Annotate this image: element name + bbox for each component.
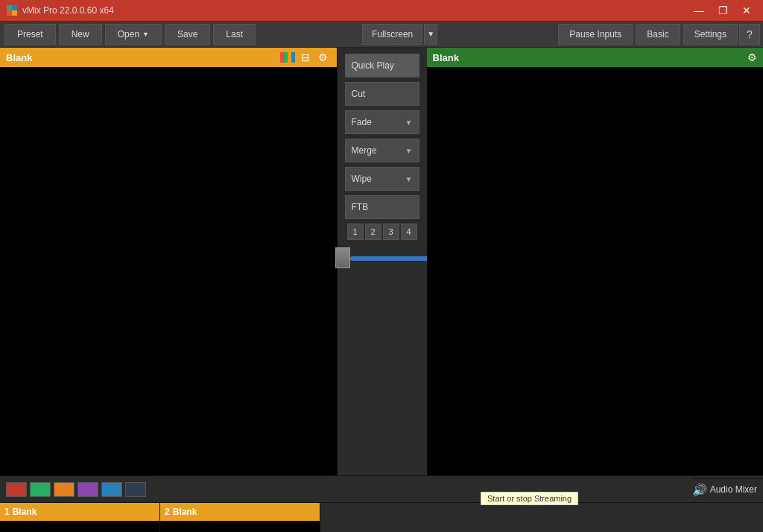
basic-button[interactable]: Basic [636, 24, 680, 45]
middle-bar: 🔊 Audio Mixer [0, 475, 763, 502]
merge-label: Merge [352, 145, 377, 156]
swatch-green[interactable] [30, 482, 51, 497]
app-title: vMix Pro 22.0.0.60 x64 [22, 5, 114, 16]
audio-mixer-bar: 🔊 Audio Mixer [692, 478, 763, 501]
input-2-num: 2 [165, 507, 170, 517]
input-item-1: 1 Blank Close Quick Play Cut Loop 1 2 3 … [0, 503, 160, 532]
swatch-purple[interactable] [77, 482, 98, 497]
title-bar: vMix Pro 22.0.0.60 x64 — ❐ ✕ [0, 0, 763, 21]
gear-icon-right[interactable]: ⚙ [747, 51, 757, 63]
svg-rect-7 [291, 52, 295, 63]
input-1-num: 1 [4, 507, 10, 517]
merge-button[interactable]: Merge ▼ [345, 139, 420, 162]
right-preview [427, 67, 764, 475]
input-2-header: 2 Blank [160, 503, 320, 521]
input-list: 1 Blank Close Quick Play Cut Loop 1 2 3 … [0, 502, 763, 532]
main-content: Blank ⊟ ⚙ Quick Play Cut [0, 48, 763, 475]
help-button[interactable]: ? [739, 24, 760, 45]
svg-rect-5 [284, 52, 288, 63]
open-button[interactable]: Open ▼ [105, 24, 162, 45]
svg-rect-0 [7, 5, 12, 10]
left-panel-title: Blank [6, 52, 32, 63]
ftb-button[interactable]: FTB [345, 195, 420, 219]
swatch-orange[interactable] [54, 482, 75, 497]
center-panel: Quick Play Cut Fade ▼ Merge ▼ Wipe ▼ FTB… [338, 48, 427, 475]
new-button[interactable]: New [59, 24, 102, 45]
close-button[interactable]: ✕ [736, 3, 757, 18]
merge-dropdown-arrow: ▼ [405, 147, 413, 155]
stream-tooltip-text: Start or stop Streaming [487, 494, 572, 503]
fullscreen-area: Fullscreen ▼ [362, 24, 437, 45]
svg-rect-3 [12, 10, 17, 16]
title-bar-controls: — ❐ ✕ [688, 3, 757, 18]
open-dropdown-arrow: ▼ [142, 31, 149, 38]
input-item-2: 2 Blank Close Quick Play Cut Loop 1 2 3 … [160, 503, 320, 532]
input-2-preview [160, 521, 320, 532]
svg-rect-4 [280, 52, 284, 63]
transition-number-row: 1 2 3 4 [347, 224, 417, 240]
left-panel-header: Blank ⊟ ⚙ [0, 48, 337, 67]
right-panel-title: Blank [433, 52, 459, 63]
wipe-label: Wipe [352, 174, 372, 184]
cut-button[interactable]: Cut [345, 82, 420, 106]
transition-num-2[interactable]: 2 [365, 224, 382, 240]
right-panel: Blank ⚙ [427, 48, 764, 475]
transition-slider-track[interactable] [350, 256, 432, 261]
input-1-header: 1 Blank [0, 503, 159, 521]
fullscreen-button[interactable]: Fullscreen [362, 24, 422, 45]
svg-rect-6 [288, 52, 291, 63]
restore-button[interactable]: ❐ [712, 3, 733, 18]
fade-dropdown-arrow: ▼ [405, 118, 413, 127]
app-icon [6, 4, 18, 16]
fade-label: Fade [352, 117, 372, 127]
left-panel: Blank ⊟ ⚙ [0, 48, 338, 475]
quick-play-label: Quick Play [352, 60, 394, 71]
transition-slider-row [332, 247, 432, 268]
save-button[interactable]: Save [165, 24, 210, 45]
left-preview [0, 67, 337, 475]
settings-icon-left[interactable]: ⚙ [316, 50, 331, 65]
fade-button[interactable]: Fade ▼ [345, 110, 420, 134]
transition-num-4[interactable]: 4 [401, 224, 417, 240]
title-bar-left: vMix Pro 22.0.0.60 x64 [6, 4, 114, 16]
quick-play-button[interactable]: Quick Play [345, 54, 420, 77]
stream-tooltip: Start or stop Streaming [481, 492, 578, 505]
audio-mixer-button[interactable]: 🔊 Audio Mixer [692, 483, 757, 497]
last-button[interactable]: Last [213, 24, 256, 45]
left-header-icons: ⊟ ⚙ [280, 50, 331, 65]
right-panel-header: Blank ⚙ [427, 48, 764, 67]
color-picker-icon[interactable] [280, 50, 295, 65]
svg-rect-1 [12, 5, 17, 10]
svg-rect-2 [7, 10, 12, 16]
audio-mixer-label: Audio Mixer [710, 484, 757, 495]
pause-inputs-button[interactable]: Pause Inputs [558, 24, 633, 45]
transition-num-3[interactable]: 3 [383, 224, 399, 240]
open-label: Open [118, 29, 139, 39]
cut-label: Cut [352, 89, 366, 99]
audio-icon: 🔊 [692, 483, 707, 497]
wipe-dropdown-arrow: ▼ [405, 175, 413, 183]
transition-slider-handle[interactable] [335, 247, 350, 268]
input-1-preview [0, 521, 159, 532]
input-2-name: Blank [173, 507, 197, 517]
transition-num-1[interactable]: 1 [347, 224, 364, 240]
ftb-label: FTB [352, 202, 369, 212]
snapshot-icon[interactable]: ⊟ [298, 50, 313, 65]
minimize-button[interactable]: — [688, 3, 709, 18]
swatch-dark[interactable] [125, 482, 146, 497]
settings-button[interactable]: Settings [683, 24, 738, 45]
swatch-red[interactable] [6, 482, 27, 497]
input-1-name: Blank [13, 507, 37, 517]
color-swatches [0, 478, 152, 501]
fullscreen-dropdown-arrow[interactable]: ▼ [424, 24, 437, 45]
wipe-button[interactable]: Wipe ▼ [345, 167, 420, 191]
toolbar: Preset New Open ▼ Save Last Fullscreen ▼… [0, 21, 763, 48]
swatch-blue[interactable] [101, 482, 122, 497]
preset-button[interactable]: Preset [4, 24, 56, 45]
